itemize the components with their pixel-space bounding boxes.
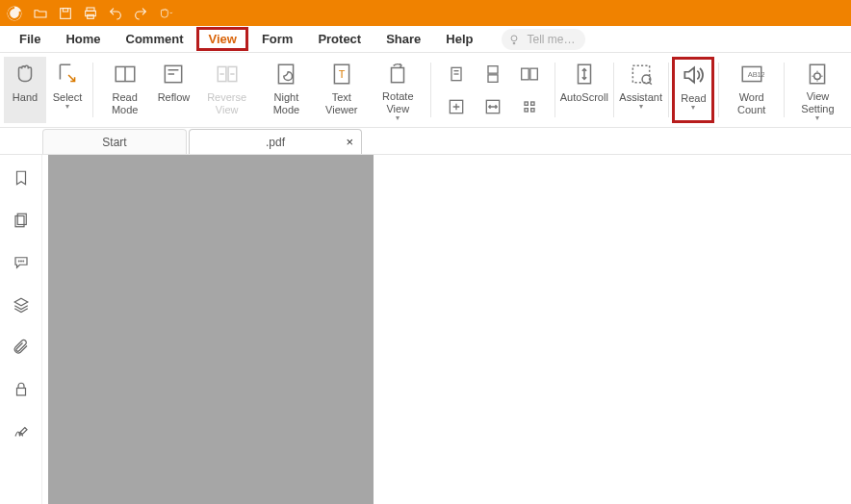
undo-icon[interactable] <box>108 6 123 21</box>
dropdown-caret-icon <box>639 104 643 112</box>
night-mode-button[interactable]: Night Mode <box>259 57 314 123</box>
text-icon: T <box>328 61 355 88</box>
svg-point-39 <box>18 261 19 262</box>
svg-point-41 <box>22 261 23 262</box>
reflow-label: Reflow <box>158 91 191 104</box>
svg-rect-21 <box>522 68 529 80</box>
reverse-view-label: Reverse View <box>200 91 252 116</box>
text-viewer-label: Text Viewer <box>320 91 364 116</box>
text-viewer-button[interactable]: T Text Viewer <box>314 57 370 123</box>
view-setting-button[interactable]: View Setting <box>788 57 847 123</box>
svg-rect-19 <box>488 65 498 73</box>
attachment-icon[interactable] <box>12 338 31 357</box>
menu-file[interactable]: File <box>8 28 52 50</box>
svg-rect-30 <box>632 65 649 82</box>
open-folder-icon[interactable] <box>33 6 48 21</box>
svg-text:T: T <box>338 68 345 80</box>
svg-rect-1 <box>61 8 71 18</box>
signature-icon[interactable] <box>12 422 31 441</box>
svg-rect-42 <box>16 389 25 396</box>
ribbon-separator <box>784 63 785 117</box>
rotate-icon <box>384 61 411 87</box>
menu-share[interactable]: Share <box>374 28 432 50</box>
facing-page-icon[interactable] <box>516 61 543 88</box>
hand-label: Hand <box>13 91 38 104</box>
redo-icon[interactable] <box>133 6 148 21</box>
svg-rect-28 <box>531 108 534 111</box>
page-display-grid <box>435 57 551 123</box>
security-icon[interactable] <box>12 380 31 399</box>
svg-point-40 <box>20 261 21 262</box>
tab-label: Start <box>102 136 126 149</box>
speaker-icon <box>680 62 707 88</box>
menu-home[interactable]: Home <box>54 28 112 50</box>
bookmark-icon[interactable] <box>12 168 31 188</box>
menu-bar: File Home Comment View Form Protect Shar… <box>0 26 851 53</box>
menu-form[interactable]: Form <box>250 28 305 50</box>
tab-start[interactable]: Start <box>42 129 187 154</box>
ribbon-separator <box>613 63 614 117</box>
ribbon-separator <box>92 63 93 117</box>
svg-rect-27 <box>525 108 528 111</box>
hand-icon <box>12 61 39 88</box>
fit-page-icon[interactable] <box>443 93 470 120</box>
document-viewport[interactable] <box>48 155 374 504</box>
navigation-sidebar <box>0 155 42 504</box>
svg-rect-2 <box>63 8 67 11</box>
menu-help[interactable]: Help <box>434 28 484 50</box>
pages-icon[interactable] <box>12 211 31 230</box>
tab-document[interactable]: .pdf × <box>189 129 362 154</box>
print-icon[interactable] <box>83 6 98 21</box>
menu-comment[interactable]: Comment <box>115 28 195 50</box>
continuous-page-icon[interactable] <box>479 61 506 88</box>
view-setting-label: View Setting <box>794 90 841 115</box>
comments-icon[interactable] <box>12 253 31 272</box>
reflow-icon <box>160 61 187 88</box>
reverse-view-button[interactable]: Reverse View <box>194 57 258 123</box>
tell-me-placeholder: Tell me… <box>527 33 575 46</box>
dropdown-caret-icon <box>691 105 695 113</box>
save-icon[interactable] <box>58 6 73 21</box>
menu-protect[interactable]: Protect <box>306 28 373 50</box>
svg-rect-15 <box>392 67 404 82</box>
read-aloud-button[interactable]: Read <box>672 57 714 123</box>
ribbon-view: Hand Select Read Mode Reflow Reverse Vie… <box>0 53 851 128</box>
hand-tool-dropdown-icon[interactable] <box>158 6 173 21</box>
settings-page-icon <box>804 61 831 87</box>
word-count-button[interactable]: AB12 Word Count <box>723 57 780 123</box>
dropdown-caret-icon <box>815 115 819 123</box>
book-icon <box>112 61 139 88</box>
single-page-icon[interactable] <box>443 61 470 88</box>
read-mode-button[interactable]: Read Mode <box>97 57 153 123</box>
document-tab-bar: Start .pdf × <box>0 128 851 155</box>
assistant-icon <box>628 61 655 88</box>
rotate-view-button[interactable]: Rotate View <box>370 57 426 123</box>
ribbon-separator <box>554 63 555 117</box>
assistant-button[interactable]: Assistant <box>618 57 664 123</box>
hand-tool-button[interactable]: Hand <box>4 57 46 123</box>
ribbon-separator <box>430 63 431 117</box>
dropdown-caret-icon <box>396 115 400 123</box>
menu-view[interactable]: View <box>196 27 247 51</box>
empty-area <box>374 155 851 504</box>
content-area <box>0 155 851 504</box>
select-tool-button[interactable]: Select <box>46 57 89 123</box>
svg-rect-20 <box>488 74 498 82</box>
autoscroll-icon <box>571 61 598 88</box>
title-bar <box>0 0 851 26</box>
tell-me-search[interactable]: Tell me… <box>502 29 584 50</box>
close-icon[interactable]: × <box>346 135 353 149</box>
fit-width-icon[interactable] <box>479 93 506 120</box>
svg-rect-25 <box>525 102 528 105</box>
autoscroll-label: AutoScroll <box>560 91 608 104</box>
svg-rect-26 <box>531 102 534 105</box>
svg-rect-5 <box>88 14 94 18</box>
tab-label: .pdf <box>266 136 285 149</box>
rotate-view-label: Rotate View <box>375 90 421 115</box>
fit-visible-icon[interactable] <box>516 93 543 120</box>
word-count-icon: AB12 <box>738 61 765 88</box>
reflow-button[interactable]: Reflow <box>152 57 194 123</box>
ribbon-separator <box>668 63 669 117</box>
layers-icon[interactable] <box>12 295 31 315</box>
autoscroll-button[interactable]: AutoScroll <box>559 57 609 123</box>
